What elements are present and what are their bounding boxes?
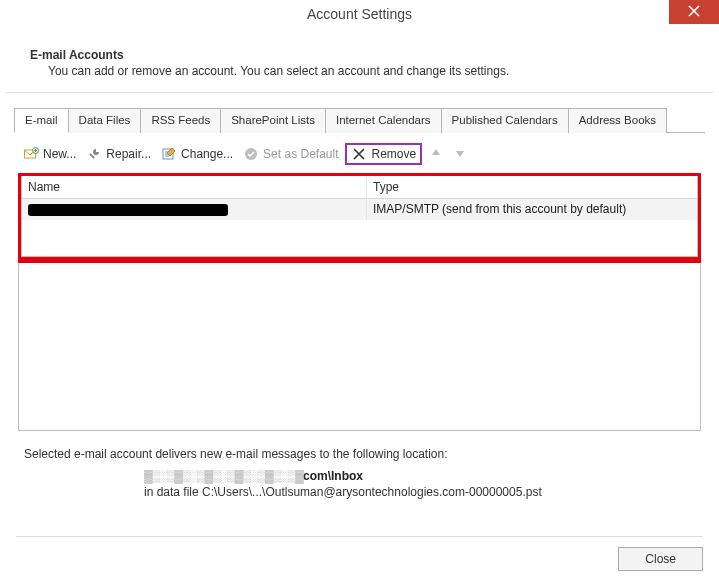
tab-published-calendars[interactable]: Published Calendars (441, 108, 569, 133)
remove-icon (351, 146, 367, 162)
button-label: Close (645, 552, 676, 566)
tab-rss-feeds[interactable]: RSS Feeds (140, 108, 221, 133)
button-label: New... (43, 147, 76, 161)
window-close-button[interactable] (669, 0, 719, 24)
tab-label: Published Calendars (452, 114, 558, 126)
button-label: Change... (181, 147, 233, 161)
footer: Close (16, 536, 703, 571)
repair-button[interactable]: Repair... (83, 144, 154, 164)
remove-button[interactable]: Remove (345, 143, 422, 165)
repair-icon (86, 146, 102, 162)
change-icon (161, 146, 177, 162)
tab-label: SharePoint Lists (231, 114, 315, 126)
divider (6, 92, 713, 93)
tab-label: RSS Feeds (151, 114, 210, 126)
tab-label: Data Files (79, 114, 131, 126)
cell-type: IMAP/SMTP (send from this account by def… (367, 199, 697, 220)
new-button[interactable]: New... (20, 144, 79, 164)
column-name[interactable]: Name (22, 176, 367, 198)
button-label: Remove (371, 147, 416, 161)
intro-heading: E-mail Accounts (30, 48, 689, 62)
tab-label: Address Books (579, 114, 656, 126)
move-down-button (450, 147, 470, 161)
list-header: Name Type (22, 176, 697, 199)
delivery-location-line2: in data file C:\Users\...\Outlsuman@arys… (14, 485, 705, 499)
set-default-button: Set as Default (240, 144, 341, 164)
location-suffix: com\Inbox (303, 469, 363, 483)
tab-address-books[interactable]: Address Books (568, 108, 667, 133)
delivery-location-line1: ▓▒░▒▓▒░▒▓▒░▒▓▒░▒▓▒░▒▓com\Inbox (14, 469, 705, 483)
redacted-name (28, 204, 228, 216)
titlebar: Account Settings (0, 0, 719, 34)
change-button[interactable]: Change... (158, 144, 236, 164)
button-label: Set as Default (263, 147, 338, 161)
intro-block: E-mail Accounts You can add or remove an… (0, 34, 719, 84)
list-empty-area (18, 263, 701, 431)
close-icon (688, 5, 700, 20)
tab-label: E-mail (25, 114, 58, 126)
move-up-button (426, 147, 446, 161)
selected-account-caption: Selected e-mail account delivers new e-m… (14, 431, 705, 469)
tab-sharepoint-lists[interactable]: SharePoint Lists (220, 108, 326, 133)
button-label: Repair... (106, 147, 151, 161)
account-list-highlight: Name Type IMAP/SMTP (send from this acco… (18, 173, 701, 260)
new-mail-icon (23, 146, 39, 162)
account-list: Name Type IMAP/SMTP (send from this acco… (21, 176, 698, 257)
redacted-location-prefix: ▓▒░▒▓▒░▒▓▒░▒▓▒░▒▓▒░▒▓ (144, 469, 303, 483)
check-circle-icon (243, 146, 259, 162)
close-button[interactable]: Close (618, 547, 703, 571)
table-row[interactable]: IMAP/SMTP (send from this account by def… (22, 199, 697, 220)
cell-name (22, 199, 367, 220)
column-type[interactable]: Type (367, 176, 697, 198)
account-settings-window: Account Settings E-mail Accounts You can… (0, 0, 719, 583)
tab-email[interactable]: E-mail (14, 108, 69, 133)
tab-internet-calendars[interactable]: Internet Calendars (325, 108, 442, 133)
window-title: Account Settings (0, 0, 719, 22)
tabstrip: E-mail Data Files RSS Feeds SharePoint L… (14, 107, 705, 133)
toolbar: New... Repair... Change... Set as Defaul… (14, 133, 705, 171)
tab-label: Internet Calendars (336, 114, 431, 126)
tab-data-files[interactable]: Data Files (68, 108, 142, 133)
intro-text: You can add or remove an account. You ca… (30, 64, 689, 78)
